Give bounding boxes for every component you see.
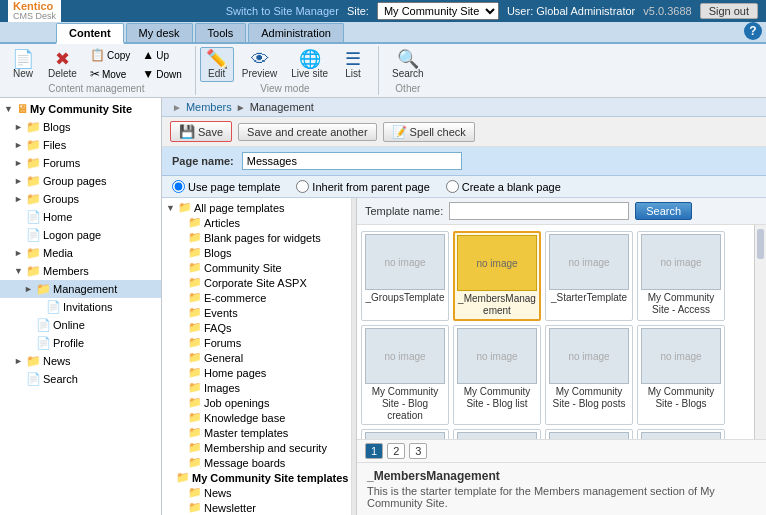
tmpl-tree-all[interactable]: ▼📁All page templates	[162, 200, 351, 215]
move-button[interactable]: ✂ Move	[85, 65, 135, 83]
sidebar-item-online[interactable]: 📄Online	[0, 316, 161, 334]
sidebar-item-management[interactable]: ►📁Management	[0, 280, 161, 298]
sidebar-item-logon[interactable]: 📄Logon page	[0, 226, 161, 244]
breadcrumb-management: Management	[250, 101, 314, 113]
sidebar-item-news[interactable]: ►📁News	[0, 352, 161, 370]
version-label: v5.0.3688	[643, 5, 691, 17]
tmpl-tree-homepages[interactable]: 📁Home pages	[162, 365, 351, 380]
template-info: _MembersManagement This is the starter t…	[357, 462, 766, 515]
tmpl-tree-membership[interactable]: 📁Membership and security	[162, 440, 351, 455]
search-toolbar-button[interactable]: 🔍 Search	[383, 47, 433, 82]
toolbar: 📄 New ✖ Delete 📋 Copy ✂ Move	[0, 44, 766, 98]
template-thumb-r3t1[interactable]: no image	[361, 429, 449, 439]
template-thumb-r3t2[interactable]: no image	[453, 429, 541, 439]
tmpl-tree-blogs[interactable]: 📁Blogs	[162, 245, 351, 260]
template-thumb-starter[interactable]: no image _StarterTemplate	[545, 231, 633, 321]
radio-inherit[interactable]: Inherit from parent page	[296, 180, 429, 193]
page-name-input[interactable]	[242, 152, 462, 170]
template-thumb-members_mgmt[interactable]: no image _MembersManagement	[453, 231, 541, 321]
scrollbar[interactable]	[754, 225, 766, 439]
template-name-label: Template name:	[365, 205, 443, 217]
sidebar-item-blogs[interactable]: ►📁Blogs	[0, 118, 161, 136]
tmpl-tree-messageboards[interactable]: 📁Message boards	[162, 455, 351, 470]
tmpl-tree-mycomm[interactable]: 📁My Community Site templates	[162, 470, 351, 485]
sidebar-item-profile[interactable]: 📄Profile	[0, 334, 161, 352]
tmpl-tree-ecommerce[interactable]: 📁E-commerce	[162, 290, 351, 305]
template-thumb-r3t4[interactable]: no image	[637, 429, 725, 439]
switch-site-manager-link[interactable]: Switch to Site Manager	[226, 5, 339, 17]
sidebar-item-files[interactable]: ►📁Files	[0, 136, 161, 154]
preview-button[interactable]: 👁 Preview	[236, 47, 284, 82]
pager-num-3[interactable]: 3	[409, 443, 427, 459]
sidebar-item-media[interactable]: ►📁Media	[0, 244, 161, 262]
tmpl-tree-newsletter[interactable]: 📁Newsletter	[162, 500, 351, 515]
sidebar-item-forums[interactable]: ►📁Forums	[0, 154, 161, 172]
tmpl-tree-news[interactable]: 📁News	[162, 485, 351, 500]
templates-grid: no image _GroupsTemplate no image _Membe…	[357, 225, 754, 439]
spell-check-button[interactable]: 📝 Spell check	[383, 122, 475, 142]
tmpl-tree-images[interactable]: 📁Images	[162, 380, 351, 395]
list-button[interactable]: ☰ List	[336, 47, 370, 82]
sidebar-item-invitations[interactable]: 📄Invitations	[0, 298, 161, 316]
tab-mydesk[interactable]: My desk	[126, 23, 193, 42]
toolbar-group-other: 🔍 Search Other	[383, 46, 441, 95]
edit-button[interactable]: ✏️ Edit	[200, 47, 234, 82]
radio-blank[interactable]: Create a blank page	[446, 180, 561, 193]
template-thumb-blog_posts[interactable]: no image My Community Site - Blog posts	[545, 325, 633, 425]
up-button[interactable]: ▲ Up	[137, 46, 186, 64]
save-and-create-button[interactable]: Save and create another	[238, 123, 376, 141]
template-panel: ▼📁All page templates📁Articles📁Blank page…	[162, 198, 766, 515]
down-button[interactable]: ▼ Down	[137, 65, 186, 83]
new-button[interactable]: 📄 New	[6, 47, 40, 82]
top-bar: Kentico CMS Desk Switch to Site Manager …	[0, 0, 766, 22]
pager-num-1[interactable]: 1	[365, 443, 383, 459]
tab-content[interactable]: Content	[56, 23, 124, 44]
template-thumb-blog_list[interactable]: no image My Community Site - Blog list	[453, 325, 541, 425]
tmpl-tree-faqs[interactable]: 📁FAQs	[162, 320, 351, 335]
tab-administration[interactable]: Administration	[248, 23, 344, 42]
tab-tools[interactable]: Tools	[195, 23, 247, 42]
breadcrumb-members[interactable]: Members	[186, 101, 232, 113]
template-tree: ▼📁All page templates📁Articles📁Blank page…	[162, 198, 352, 515]
sidebar-item-members[interactable]: ▼📁Members	[0, 262, 161, 280]
template-thumb-r3t3[interactable]: no image	[545, 429, 633, 439]
sign-out-button[interactable]: Sign out	[700, 3, 758, 19]
template-thumb-blogs[interactable]: no image My Community Site - Blogs	[637, 325, 725, 425]
site-selector[interactable]: My Community Site	[377, 2, 499, 20]
save-button[interactable]: 💾 Save	[170, 121, 232, 142]
copy-button[interactable]: 📋 Copy	[85, 46, 135, 64]
template-thumb-access[interactable]: no image My Community Site - Access	[637, 231, 725, 321]
tmpl-tree-knowledge[interactable]: 📁Knowledge base	[162, 410, 351, 425]
live-site-button[interactable]: 🌐 Live site	[285, 47, 334, 82]
tab-bar: Content My desk Tools Administration ?	[0, 22, 766, 44]
tmpl-tree-community[interactable]: 📁Community Site	[162, 260, 351, 275]
tmpl-tree-master[interactable]: 📁Master templates	[162, 425, 351, 440]
toolbar-group-view: ✏️ Edit 👁 Preview 🌐 Live site ☰ List Vie…	[200, 46, 379, 95]
tmpl-tree-events[interactable]: 📁Events	[162, 305, 351, 320]
delete-button[interactable]: ✖ Delete	[42, 47, 83, 82]
help-button[interactable]: ?	[744, 22, 762, 40]
tmpl-tree-jobopen[interactable]: 📁Job openings	[162, 395, 351, 410]
tmpl-tree-forums[interactable]: 📁Forums	[162, 335, 351, 350]
sidebar: ▼ 🖥 My Community Site ►📁Blogs►📁Files►📁Fo…	[0, 98, 162, 515]
template-search-input[interactable]	[449, 202, 629, 220]
radio-use-template[interactable]: Use page template	[172, 180, 280, 193]
sidebar-item-groups[interactable]: ►📁Groups	[0, 190, 161, 208]
template-thumb-groups[interactable]: no image _GroupsTemplate	[361, 231, 449, 321]
pager-num-2[interactable]: 2	[387, 443, 405, 459]
sidebar-item-home[interactable]: 📄Home	[0, 208, 161, 226]
template-info-description: This is the starter template for the Mem…	[367, 485, 756, 509]
template-choice-bar: Use page template Inherit from parent pa…	[162, 176, 766, 198]
tmpl-tree-corporate[interactable]: 📁Corporate Site ASPX	[162, 275, 351, 290]
tmpl-tree-articles[interactable]: 📁Articles	[162, 215, 351, 230]
tmpl-tree-general[interactable]: 📁General	[162, 350, 351, 365]
sidebar-item-search[interactable]: 📄Search	[0, 370, 161, 388]
template-search-button[interactable]: Search	[635, 202, 692, 220]
sidebar-item-grouppages[interactable]: ►📁Group pages	[0, 172, 161, 190]
tmpl-tree-blank[interactable]: 📁Blank pages for widgets	[162, 230, 351, 245]
template-search-bar: Template name: Search	[357, 198, 766, 225]
template-thumb-blog_creation[interactable]: no image My Community Site - Blog creati…	[361, 325, 449, 425]
template-info-name: _MembersManagement	[367, 469, 756, 483]
sidebar-root[interactable]: ▼ 🖥 My Community Site	[0, 100, 161, 118]
user-label: User: Global Administrator	[507, 5, 635, 17]
